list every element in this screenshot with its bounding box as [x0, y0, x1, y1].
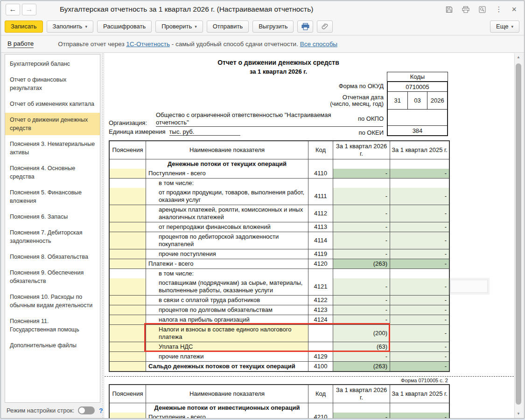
report-status[interactable]: В работе — [7, 40, 34, 48]
report-year[interactable]: 2026 — [427, 92, 447, 109]
check-button[interactable]: Проверить▾ — [155, 21, 203, 33]
explanation-cell[interactable] — [110, 205, 146, 222]
save-button[interactable]: Записать — [5, 21, 43, 33]
value-2026-cell[interactable]: (200) — [333, 324, 390, 342]
value-2025-cell[interactable]: - — [390, 169, 449, 178]
explanation-cell[interactable] — [110, 222, 146, 232]
indicator-name[interactable]: Налоги и взносы в составе единого налого… — [146, 324, 308, 342]
value-2025-cell[interactable]: - — [390, 315, 449, 324]
unload-button[interactable]: Выгрузить — [252, 21, 294, 33]
preview-icon[interactable] — [479, 6, 486, 13]
value-2026-cell[interactable]: (263) — [333, 259, 390, 269]
value-2026-cell[interactable]: - — [333, 249, 390, 259]
value-2026-cell[interactable]: - — [333, 278, 390, 295]
explanation-cell[interactable] — [110, 278, 146, 295]
explanation-cell[interactable] — [110, 305, 146, 315]
vertical-scrollbar[interactable]: ▲ ▼ — [514, 53, 522, 419]
explanation-cell[interactable] — [110, 169, 146, 178]
value-2026-cell[interactable]: - — [333, 232, 390, 249]
value-2026-cell[interactable]: - — [333, 413, 390, 419]
scroll-up-icon[interactable]: ▲ — [515, 55, 522, 59]
value-2026-cell[interactable]: (263) — [333, 361, 390, 371]
scrollbar-thumb[interactable] — [516, 63, 521, 405]
unit-value[interactable]: тыс. руб. — [169, 128, 240, 136]
value-2026-cell[interactable]: - — [333, 295, 390, 305]
value-2026-cell[interactable]: - — [333, 169, 390, 178]
1c-reporting-link[interactable]: 1С-Отчетность — [126, 41, 170, 48]
print-icon[interactable] — [462, 6, 469, 13]
decipher-button[interactable]: Расшифровать — [97, 21, 152, 33]
explanation-cell[interactable] — [110, 413, 146, 419]
sidebar-item[interactable]: Пояснения 8. Обязательства — [5, 250, 100, 264]
explanation-cell[interactable] — [110, 351, 146, 361]
value-2025-cell[interactable]: - — [390, 342, 449, 351]
value-2026-cell[interactable]: - — [333, 188, 390, 205]
sidebar-item[interactable]: Пояснения 11. Государственная помощь — [5, 314, 100, 337]
value-2025-cell[interactable]: - — [390, 222, 449, 232]
explanation-cell[interactable] — [110, 403, 146, 413]
sidebar-item[interactable]: Пояснения 5. Финансовые вложения — [5, 186, 100, 208]
value-2025-cell[interactable]: - — [390, 278, 449, 295]
explanation-cell[interactable] — [110, 315, 146, 324]
sidebar-item[interactable]: Дополнительные файлы — [5, 338, 100, 352]
explanation-cell[interactable] — [110, 178, 146, 188]
more-button[interactable]: Еще▾ — [490, 21, 519, 33]
value-2025-cell[interactable]: - — [390, 188, 449, 205]
sidebar-item[interactable]: Отчет о финансовых результатах — [5, 73, 100, 95]
explanation-cell[interactable] — [110, 188, 146, 205]
value-2025-cell[interactable]: - — [390, 413, 449, 419]
okud-value[interactable]: 0710005 — [388, 82, 447, 91]
value-2026-cell[interactable]: - — [333, 205, 390, 222]
value-2025-cell[interactable]: - — [390, 351, 449, 361]
explanation-cell[interactable] — [110, 295, 146, 305]
explanation-cell[interactable] — [110, 342, 146, 351]
value-2026-cell[interactable]: - — [333, 222, 390, 232]
help-icon[interactable]: ? — [99, 407, 103, 414]
sidebar-item[interactable]: Пояснения 9. Обеспечения обязательств — [5, 266, 100, 288]
more-menu-icon[interactable]: ⋮ — [495, 5, 502, 14]
value-2025-cell[interactable]: - — [390, 295, 449, 305]
value-2025-cell[interactable]: - — [390, 305, 449, 315]
sidebar-item[interactable]: Пояснения 10. Расходы по обычным видам д… — [5, 290, 100, 312]
sidebar-item[interactable]: Пояснения 4. Основные средства — [5, 161, 100, 184]
sidebar-item[interactable]: Бухгалтерский баланс — [5, 57, 100, 71]
sidebar-item[interactable]: Пояснения 7. Дебиторская задолженность — [5, 226, 100, 248]
sidebar-item[interactable]: Пояснения 6. Запасы — [5, 210, 100, 224]
value-2025-cell[interactable]: - — [390, 259, 449, 269]
explanation-cell[interactable] — [110, 232, 146, 249]
value-2025-cell[interactable]: - — [390, 249, 449, 259]
value-2026-cell[interactable]: - — [333, 305, 390, 315]
organization-value[interactable]: Общество с ограниченной ответственностью… — [156, 111, 383, 127]
value-2026-cell[interactable]: (63) — [333, 342, 390, 351]
all-methods-link[interactable]: Все способы — [300, 41, 337, 48]
explanation-cell[interactable] — [110, 324, 146, 342]
value-2026-cell[interactable]: - — [333, 315, 390, 324]
explanation-cell[interactable] — [110, 269, 146, 278]
attach-button[interactable] — [317, 21, 333, 33]
fill-button[interactable]: Заполнить▾ — [47, 21, 93, 33]
back-button[interactable]: ← — [6, 4, 20, 15]
okpo-value[interactable] — [388, 109, 447, 125]
sidebar-item[interactable]: Отчет о движении денежных средств — [5, 113, 100, 135]
indicator-name[interactable]: Уплата НДС — [146, 342, 308, 351]
save-icon[interactable] — [446, 6, 453, 13]
print-button[interactable] — [297, 21, 313, 33]
splitter[interactable] — [103, 53, 103, 418]
value-2025-cell[interactable]: - — [390, 232, 449, 249]
report-month[interactable]: 03 — [407, 92, 427, 109]
value-2025-cell[interactable]: - — [390, 324, 449, 342]
explanation-cell[interactable] — [110, 259, 146, 269]
value-2025-cell[interactable]: - — [390, 361, 449, 371]
explanation-cell[interactable] — [110, 249, 146, 259]
close-icon[interactable]: × — [511, 5, 517, 14]
forward-button[interactable]: → — [22, 4, 36, 15]
value-2025-cell[interactable]: - — [390, 205, 449, 222]
report-day[interactable]: 31 — [388, 92, 407, 109]
send-button[interactable]: Отправить — [207, 21, 249, 33]
okei-value[interactable]: 384 — [388, 125, 447, 135]
value-2026-cell[interactable]: - — [333, 351, 390, 361]
sidebar-item[interactable]: Пояснения 3. Нематериальные активы — [5, 137, 100, 159]
sidebar-item[interactable]: Отчет об изменениях капитала — [5, 97, 100, 111]
explanation-cell[interactable] — [110, 159, 146, 169]
scroll-down-icon[interactable]: ▼ — [515, 412, 522, 416]
